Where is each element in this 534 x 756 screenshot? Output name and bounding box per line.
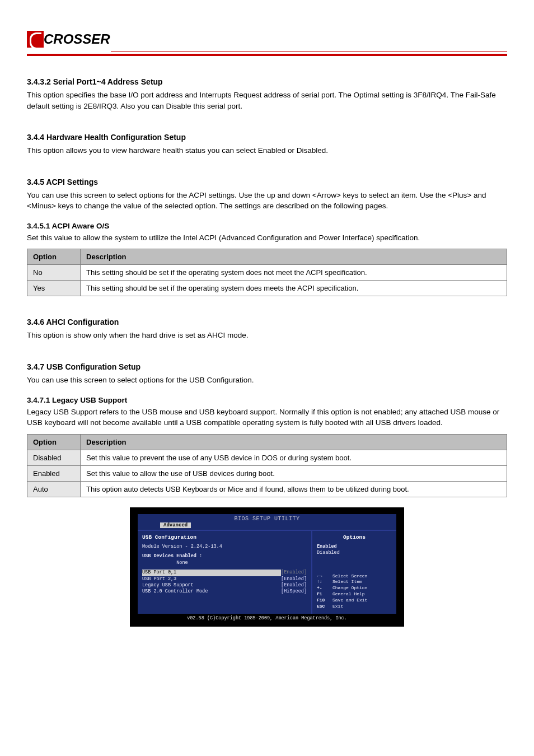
bios-help-key: F10 xyxy=(317,598,332,604)
cell-option: Yes xyxy=(27,281,81,296)
table-row: No This setting should be set if the ope… xyxy=(27,265,507,281)
bios-item-value: [Enabled] xyxy=(281,570,307,576)
col-description: Description xyxy=(81,249,507,265)
para-usb-config: You can use this screen to select option… xyxy=(27,375,507,386)
para-serial-port-address: This option specifies the base I/O port … xyxy=(27,90,507,111)
bios-help-key: ↑↓ xyxy=(317,579,332,585)
cell-description: This setting should be set if the operat… xyxy=(81,265,507,281)
bios-help-text: Select Screen xyxy=(332,573,367,580)
bios-help-key: ESC xyxy=(317,604,332,610)
bios-help-text: Change Option xyxy=(332,585,367,591)
cell-description: Set this value to allow the use of USB d… xyxy=(81,465,507,481)
cell-option: Disabled xyxy=(27,450,81,465)
para-ahci: This option is show only when the hard d… xyxy=(27,330,507,341)
heading-acpi-aware-os: 3.4.5.1 ACPI Aware O/S xyxy=(27,222,507,230)
bios-footer-copyright: v02.58 (C)Copyright 1985-2009, American … xyxy=(138,614,396,621)
bios-item-value: [HiSpeed] xyxy=(281,589,307,595)
cell-option: Auto xyxy=(27,481,81,497)
bios-screenshot: BIOS SETUP UTILITY Advanced USB Configur… xyxy=(130,507,404,627)
logo-mark xyxy=(27,31,44,48)
bios-item-label: USB 2.0 Controller Mode xyxy=(142,589,281,595)
heading-hardware-health: 3.4.4 Hardware Health Configuration Setu… xyxy=(27,133,507,142)
heading-acpi-settings: 3.4.5 ACPI Settings xyxy=(27,178,507,186)
bios-help-text: Select Item xyxy=(332,579,362,585)
bios-devices-enabled-value: None xyxy=(142,560,307,566)
table-row: Yes This setting should be set if the op… xyxy=(27,281,507,296)
cell-option: No xyxy=(27,265,81,281)
table-legacy-usb-options: Option Description Disabled Set this val… xyxy=(27,434,507,497)
divider-thick xyxy=(27,54,507,56)
bios-tab-row: Advanced xyxy=(138,522,396,530)
bios-item-value: [Enabled] xyxy=(281,576,307,582)
bios-devices-enabled-label: USB Devices Enabled : xyxy=(142,553,307,559)
bios-help-key: +- xyxy=(317,585,332,591)
para-legacy-usb: Legacy USB Support refers to the USB mou… xyxy=(27,407,507,428)
cell-description: This setting should be set if the operat… xyxy=(81,281,507,296)
bios-item-usb-port-23[interactable]: USB Port 2,3 [Enabled] xyxy=(142,576,307,582)
bios-help-text: Save and Exit xyxy=(332,598,367,604)
bios-options-heading: Options xyxy=(317,534,392,540)
table-row: Disabled Set this value to prevent the u… xyxy=(27,450,507,465)
brand-logo: CROSSER xyxy=(27,31,111,48)
bios-item-value: [Enabled] xyxy=(281,582,307,589)
bios-item-usb20-mode[interactable]: USB 2.0 Controller Mode [HiSpeed] xyxy=(142,589,307,595)
cell-option: Enabled xyxy=(27,465,81,481)
table-header-row: Option Description xyxy=(27,434,507,450)
bios-item-label: USB Port 0,1 xyxy=(142,570,281,576)
col-description: Description xyxy=(81,434,507,450)
heading-serial-port-address: 3.4.3.2 Serial Port1~4 Address Setup xyxy=(27,77,507,86)
heading-legacy-usb: 3.4.7.1 Legacy USB Support xyxy=(27,396,507,404)
bios-item-label: Legacy USB Support xyxy=(142,582,281,589)
bios-item-usb-port-01[interactable]: USB Port 0,1 [Enabled] xyxy=(142,570,307,576)
bios-help-text: General Help xyxy=(332,591,365,598)
cell-description: This option auto detects USB Keyboards o… xyxy=(81,481,507,497)
heading-usb-config: 3.4.7 USB Configuration Setup xyxy=(27,362,507,371)
bios-key-help: ←→Select Screen ↑↓Select Item +-Change O… xyxy=(317,573,392,610)
bios-tab-advanced[interactable]: Advanced xyxy=(160,522,191,528)
bios-option-enabled: Enabled xyxy=(317,544,392,550)
heading-ahci: 3.4.6 AHCI Configuration xyxy=(27,318,507,326)
bios-item-legacy-usb[interactable]: Legacy USB Support [Enabled] xyxy=(142,582,307,589)
table-row: Enabled Set this value to allow the use … xyxy=(27,465,507,481)
bios-title: BIOS SETUP UTILITY xyxy=(138,514,396,522)
bios-help-key: ←→ xyxy=(317,573,332,580)
bios-option-disabled: Disabled xyxy=(317,550,392,556)
bios-section-usb-config: USB Configuration xyxy=(142,534,307,540)
col-option: Option xyxy=(27,249,81,265)
para-acpi-settings: You can use this screen to select option… xyxy=(27,190,507,212)
col-option: Option xyxy=(27,434,81,450)
para-hardware-health: This option allows you to view hardware … xyxy=(27,145,507,156)
divider-thin xyxy=(111,51,507,52)
cell-description: Set this value to prevent the use of any… xyxy=(81,450,507,465)
bios-help-key: F1 xyxy=(317,591,332,598)
para-acpi-aware-os: Set this value to allow the system to ut… xyxy=(27,232,507,244)
table-header-row: Option Description xyxy=(27,249,507,265)
table-acpi-options: Option Description No This setting shoul… xyxy=(27,249,507,296)
bios-item-label: USB Port 2,3 xyxy=(142,576,281,582)
bios-help-text: Exit xyxy=(332,604,343,610)
table-row: Auto This option auto detects USB Keyboa… xyxy=(27,481,507,497)
logo-text: CROSSER xyxy=(44,31,110,48)
bios-module-version: Module Version - 2.24.2-13.4 xyxy=(142,544,307,550)
